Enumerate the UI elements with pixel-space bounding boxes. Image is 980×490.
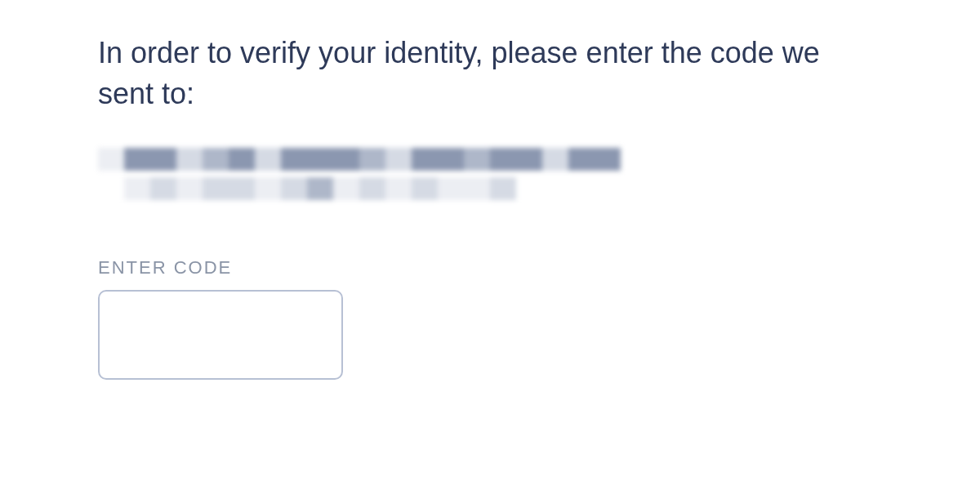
verify-instruction-text: In order to verify your identity, please… — [98, 33, 882, 115]
redacted-destination — [98, 148, 882, 200]
redacted-line — [98, 148, 621, 171]
verification-code-input[interactable] — [98, 290, 343, 380]
enter-code-label: ENTER CODE — [98, 257, 882, 278]
redacted-line — [98, 177, 621, 200]
